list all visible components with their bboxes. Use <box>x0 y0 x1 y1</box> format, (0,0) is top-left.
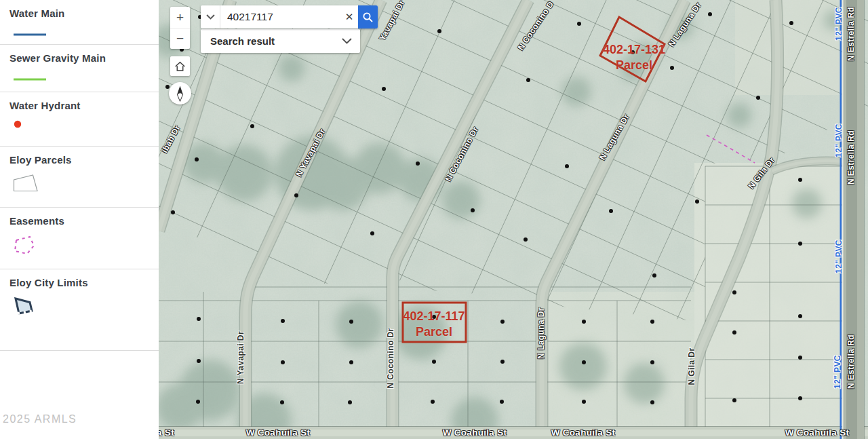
parcel-swatch-icon <box>13 174 159 195</box>
legend-label: Eloy Parcels <box>9 154 159 166</box>
search-icon <box>362 12 374 23</box>
search-result-label: Search result <box>210 35 275 47</box>
legend-item-hydrant: Water Hydrant <box>0 92 159 147</box>
compass-button[interactable] <box>169 82 191 104</box>
legend-item-city-limits: Eloy City Limits <box>0 269 159 351</box>
chevron-down-icon <box>342 38 352 44</box>
legend-label: Easements <box>9 215 159 227</box>
watermark: 2025 ARMLS <box>3 413 77 425</box>
clear-search-button[interactable]: ✕ <box>340 5 358 28</box>
home-button[interactable] <box>170 56 190 76</box>
legend-item-parcel: Eloy Parcels <box>0 147 159 208</box>
search-source-dropdown[interactable] <box>201 5 220 28</box>
coahuila-road <box>159 426 868 439</box>
hydrant-swatch-icon <box>13 119 159 141</box>
close-icon: ✕ <box>345 11 354 22</box>
zoom-control: + − <box>170 7 190 49</box>
legend-item-easement: Easements <box>0 208 159 269</box>
legend-label: Eloy City Limits <box>9 277 159 288</box>
home-icon <box>174 60 186 73</box>
legend-label: Water Hydrant <box>9 100 159 111</box>
map-viewport[interactable]: ibab DrN Yavapai DrYavapai DrN Coconino … <box>159 0 868 439</box>
compass-needle-icon <box>173 85 187 102</box>
search-button[interactable] <box>358 5 378 28</box>
sewer-main-swatch-icon <box>13 72 159 94</box>
zoom-out-button[interactable]: − <box>170 28 190 50</box>
city-limits-swatch-icon <box>13 297 159 318</box>
search-input[interactable] <box>220 5 340 28</box>
legend-item-sewer-main: Sewer Gravity Main <box>0 45 159 92</box>
legend-list: Water MainSewer Gravity MainWater Hydran… <box>0 0 159 351</box>
basemap-canvas <box>159 0 868 439</box>
legend-label: Water Main <box>9 7 159 19</box>
legend-label: Sewer Gravity Main <box>9 52 159 64</box>
estrella-road <box>842 0 865 439</box>
chevron-down-icon <box>206 14 215 20</box>
legend-item-water-main: Water Main <box>0 0 159 45</box>
gis-map-viewer: Water MainSewer Gravity MainWater Hydran… <box>0 0 868 439</box>
search-result-panel[interactable]: Search result <box>201 29 360 53</box>
legend-sidebar: Water MainSewer Gravity MainWater Hydran… <box>0 0 159 439</box>
water-main-line <box>840 0 842 439</box>
zoom-in-button[interactable]: + <box>170 7 190 28</box>
search-bar: ✕ <box>201 5 378 28</box>
easement-swatch-icon <box>13 235 159 256</box>
